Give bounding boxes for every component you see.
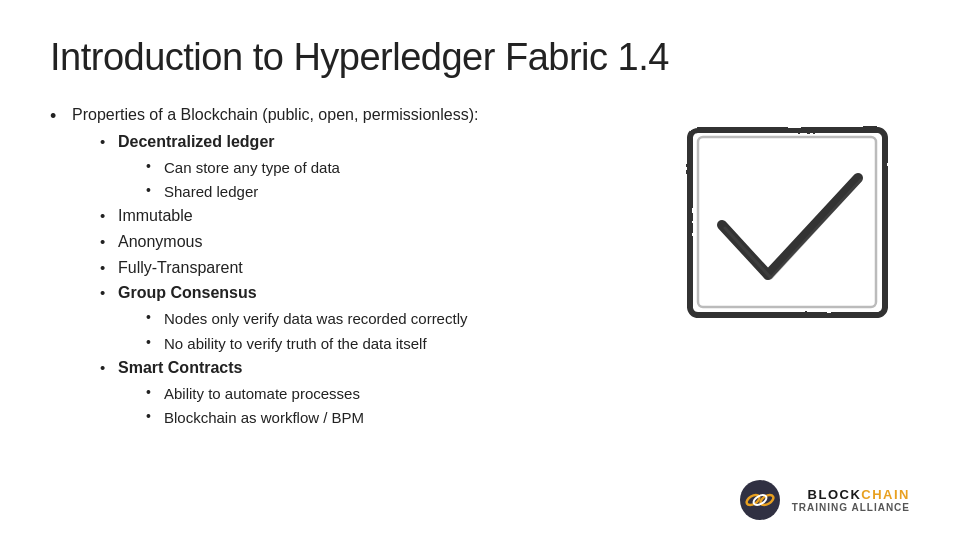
checkbox-svg (680, 120, 900, 330)
logo-icon (738, 478, 782, 522)
level3-text: No ability to verify truth of the data i… (164, 335, 427, 352)
level3-item: Ability to automate processes (146, 382, 910, 405)
sub-item-smart-contracts: Smart Contracts Ability to automate proc… (100, 356, 910, 429)
main-bullet-text: Properties of a Blockchain (public, open… (72, 106, 478, 123)
logo-area: BLOCKCHAIN TRAINING ALLIANCE (738, 478, 910, 522)
checkbox-illustration (680, 120, 900, 330)
level3-text: Nodes only verify data was recorded corr… (164, 310, 467, 327)
level3-text: Blockchain as workflow / BPM (164, 409, 364, 426)
sub-item-label: Group Consensus (118, 284, 257, 301)
logo-subtitle: TRAINING ALLIANCE (792, 502, 910, 513)
slide: Introduction to Hyperledger Fabric 1.4 P… (0, 0, 960, 540)
logo-chain: CHAIN (861, 487, 910, 502)
level3-item: No ability to verify truth of the data i… (146, 332, 910, 355)
logo-blockchain: BLOCK (808, 487, 862, 502)
logo-name: BLOCKCHAIN (792, 487, 910, 503)
logo-text: BLOCKCHAIN TRAINING ALLIANCE (792, 487, 910, 514)
level3-text: Can store any type of data (164, 159, 340, 176)
sub-item-label: Immutable (118, 207, 193, 224)
sub-item-label: Smart Contracts (118, 359, 242, 376)
level3-text: Shared ledger (164, 183, 258, 200)
slide-title: Introduction to Hyperledger Fabric 1.4 (50, 36, 910, 79)
level3-text: Ability to automate processes (164, 385, 360, 402)
level3-item: Blockchain as workflow / BPM (146, 406, 910, 429)
sub-item-label: Anonymous (118, 233, 203, 250)
level3-list: Ability to automate processes Blockchain… (118, 382, 910, 430)
sub-item-label: Fully-Transparent (118, 259, 243, 276)
sub-item-label: Decentralized ledger (118, 133, 275, 150)
